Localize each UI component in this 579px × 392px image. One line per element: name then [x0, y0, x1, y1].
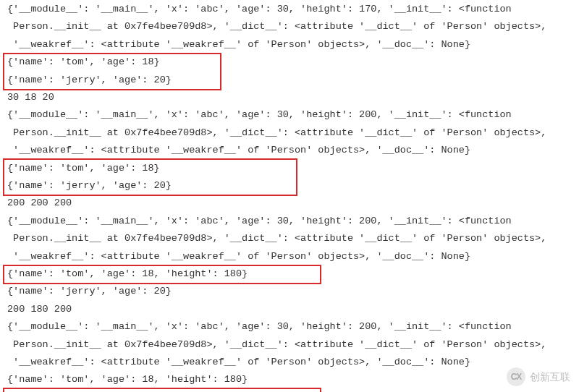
code-output-panel: {'__module__': '__main__', 'x': 'abc', '…: [0, 0, 579, 392]
output-line: {'name': 'jerry', 'age': 20}: [7, 71, 172, 89]
output-line: 200 200 200: [7, 194, 72, 212]
output-line: 200 180 200: [7, 300, 72, 318]
watermark: CX 创新互联: [507, 367, 570, 386]
output-line: {'name': 'tom', 'age': 18, 'height': 180…: [7, 265, 248, 283]
output-line: Person.__init__ at 0x7fe4bee709d8>, '__d…: [7, 336, 546, 354]
output-line: {'name': 'jerry', 'age': 20}: [7, 282, 172, 300]
output-line: '__weakref__': <attribute '__weakref__' …: [7, 141, 470, 159]
output-line: '__weakref__': <attribute '__weakref__' …: [7, 353, 470, 371]
output-line: '__weakref__': <attribute '__weakref__' …: [7, 247, 470, 265]
watermark-logo-icon: CX: [507, 367, 525, 386]
output-line: {'name': 'jerry', 'age': 20, 'height': 2…: [7, 388, 259, 392]
output-line: {'__module__': '__main__', 'x': 'abc', '…: [7, 106, 512, 124]
watermark-label: 创新互联: [530, 368, 570, 386]
output-line: Person.__init__ at 0x7fe4bee709d8>, '__d…: [7, 17, 546, 35]
output-line: {'__module__': '__main__', 'x': 'abc', '…: [7, 212, 512, 230]
output-line: {'name': 'tom', 'age': 18}: [7, 159, 160, 177]
output-line: '__weakref__': <attribute '__weakref__' …: [7, 35, 470, 54]
output-line: Person.__init__ at 0x7fe4bee709d8>, '__d…: [7, 124, 546, 142]
output-line: Person.__init__ at 0x7fe4bee709d8>, '__d…: [7, 229, 546, 247]
output-line: {'__module__': '__main__', 'x': 'abc', '…: [7, 318, 512, 336]
output-line: 30 18 20: [7, 88, 54, 106]
output-line: {'name': 'jerry', 'age': 20}: [7, 176, 172, 195]
output-line: {'__module__': '__main__', 'x': 'abc', '…: [7, 0, 512, 18]
output-line: {'name': 'tom', 'age': 18, 'height': 180…: [7, 370, 248, 388]
output-line: {'name': 'tom', 'age': 18}: [7, 53, 160, 71]
